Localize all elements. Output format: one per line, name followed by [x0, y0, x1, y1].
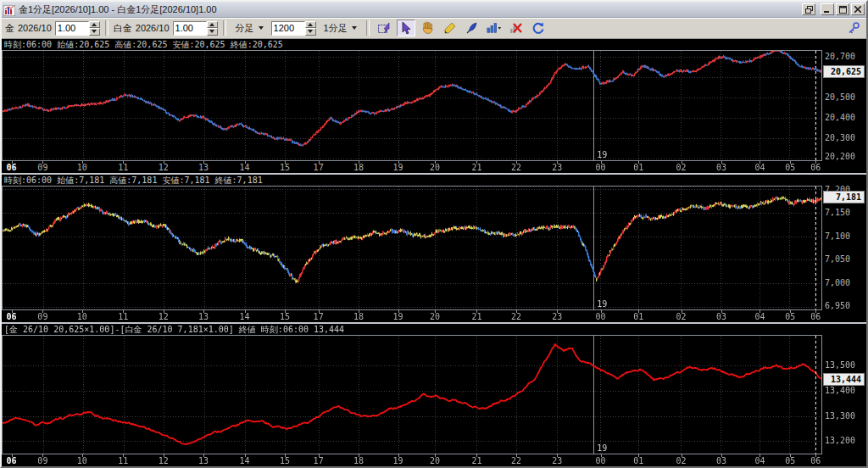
spread-chart-header: [金 26/10 20,625×1.00]-[白金 26/10 7,181×1.…	[2, 324, 866, 335]
x-axis-tick-label: 00	[596, 456, 606, 465]
x-axis-tick	[682, 161, 682, 164]
x-axis-tick-label: 13	[198, 456, 209, 465]
x-axis-tick	[435, 161, 436, 164]
x-axis-tick	[557, 454, 558, 457]
hand-pan-tool-button[interactable]	[419, 20, 437, 36]
y-axis-tick-label: 20,400	[825, 112, 855, 121]
x-axis-tick	[790, 310, 791, 313]
platinum-plot-area[interactable]: 19	[2, 186, 822, 310]
gold-chart-canvas[interactable]	[3, 51, 821, 160]
x-axis-tick-label: 11	[118, 163, 128, 172]
delete-drawing-button[interactable]	[507, 20, 526, 36]
chart-type-button[interactable]	[485, 20, 504, 36]
restore-window-button[interactable]	[802, 3, 815, 15]
platinum-chart-canvas[interactable]	[3, 187, 821, 309]
delete-drawing-icon	[509, 21, 523, 35]
x-axis-tick	[721, 161, 722, 164]
x-axis-tick-label: 10	[77, 312, 87, 321]
refresh-button[interactable]	[529, 20, 548, 36]
x-axis-tick-label: 17	[314, 163, 324, 172]
x-axis-tick-label: 14	[239, 312, 249, 321]
x-axis-tick-label: 23	[552, 163, 562, 172]
x-axis-tick	[123, 161, 124, 164]
x-axis-tick-label: 19	[393, 312, 403, 321]
platinum-chart-panel: 時刻:06:00 始値:7,181 高値:7,181 安値:7,181 終値:7…	[2, 173, 866, 322]
date-label: 19	[597, 150, 607, 159]
x-axis-tick	[682, 310, 682, 313]
x-axis-tick	[790, 454, 791, 457]
platinum-multiplier-up-button[interactable]	[207, 21, 218, 29]
x-axis-tick-label: 13	[198, 312, 209, 321]
x-axis-tick-label: 21	[471, 312, 481, 321]
x-axis-tick-label: 09	[37, 312, 47, 321]
y-axis-tick-label: 20,200	[825, 152, 855, 161]
x-axis-tick	[815, 161, 816, 164]
spread-x-axis: 0609101112131415171819202122230001020304…	[2, 454, 822, 466]
key-icon	[847, 21, 860, 35]
pen-tool-button[interactable]	[463, 20, 481, 36]
bar-count-input[interactable]	[271, 21, 305, 36]
gold-label: 金	[5, 22, 14, 35]
x-axis-tick	[82, 310, 83, 313]
x-axis-tick-label: 06	[7, 456, 17, 465]
x-axis-tick	[319, 161, 320, 164]
x-axis-tick	[319, 454, 320, 457]
x-axis-tick-label: 01	[633, 456, 643, 465]
spread-chart-canvas[interactable]	[3, 336, 821, 454]
title-bar[interactable]: 金1分足[2026/10]1.00 - 白金1分足[2026/10]1.00	[2, 2, 866, 18]
platinum-chart-header: 時刻:06:00 始値:7,181 高値:7,181 安値:7,181 終値:7…	[2, 175, 866, 186]
x-axis-tick	[12, 161, 13, 164]
x-axis-tick	[82, 161, 83, 164]
x-axis-tick-label: 10	[77, 163, 87, 172]
gold-multiplier-down-button[interactable]	[89, 28, 100, 36]
x-axis-tick	[638, 310, 639, 313]
x-axis-tick	[557, 310, 558, 313]
maximize-button[interactable]	[836, 3, 849, 15]
gold-multiplier-up-button[interactable]	[89, 21, 100, 29]
y-axis-tick-label: 7,100	[825, 231, 850, 240]
spread-plot-area[interactable]: 19	[2, 335, 822, 454]
interval-dropdown[interactable]: 1分足	[320, 20, 361, 36]
platinum-multiplier-input[interactable]	[173, 21, 207, 36]
gold-plot-area[interactable]: 19	[2, 50, 822, 161]
toolbar: 金 2026/10 白金 2026/10 分足 1分足	[2, 18, 866, 39]
gold-chart-header: 時刻:06:00 始値:20,625 高値:20,625 安値:20,625 終…	[2, 39, 866, 50]
y-axis-tick-label: 13,500	[825, 360, 855, 370]
minimize-button[interactable]	[821, 3, 834, 15]
x-axis-tick-label: 22	[511, 163, 521, 172]
spin-down-icon	[209, 30, 214, 33]
bar-count-down-button[interactable]	[305, 28, 316, 36]
close-button[interactable]	[851, 3, 865, 15]
arrow-tool-button[interactable]	[397, 20, 415, 36]
gold-contract-month: 2026/10	[18, 23, 52, 33]
y-axis-tick-label: 13,300	[825, 410, 855, 420]
window-buttons	[802, 3, 865, 15]
x-axis-tick-label: 23	[552, 456, 562, 465]
gold-multiplier-input[interactable]	[55, 21, 89, 36]
x-axis-tick	[815, 310, 816, 313]
x-axis-tick	[164, 454, 164, 457]
x-axis-tick	[516, 310, 517, 313]
date-label: 19	[597, 443, 607, 453]
bar-count-field	[271, 21, 316, 36]
y-axis-tick-label: 13,400	[825, 386, 855, 395]
x-axis-tick-label: 15	[280, 163, 290, 172]
period-type-dropdown[interactable]: 分足	[231, 20, 268, 36]
select-zoom-tool-button[interactable]	[375, 20, 393, 36]
x-axis-tick-label: 12	[159, 456, 169, 465]
x-axis-tick	[476, 161, 477, 164]
x-axis-tick-label: 03	[716, 312, 726, 321]
bar-count-up-button[interactable]	[305, 21, 316, 29]
x-axis-tick	[42, 454, 43, 457]
platinum-multiplier-down-button[interactable]	[207, 28, 218, 36]
x-axis-tick-label: 23	[552, 312, 562, 321]
y-axis-tick-label: 20,300	[825, 132, 855, 142]
x-axis-tick	[398, 161, 399, 164]
spin-up-icon	[209, 23, 214, 26]
x-axis-tick-label: 17	[314, 456, 324, 465]
key-button[interactable]	[844, 20, 863, 36]
pen-tool-icon	[465, 21, 479, 35]
toolbar-separator	[366, 20, 370, 36]
pencil-tool-button[interactable]	[441, 20, 459, 36]
x-axis-tick	[760, 310, 760, 313]
